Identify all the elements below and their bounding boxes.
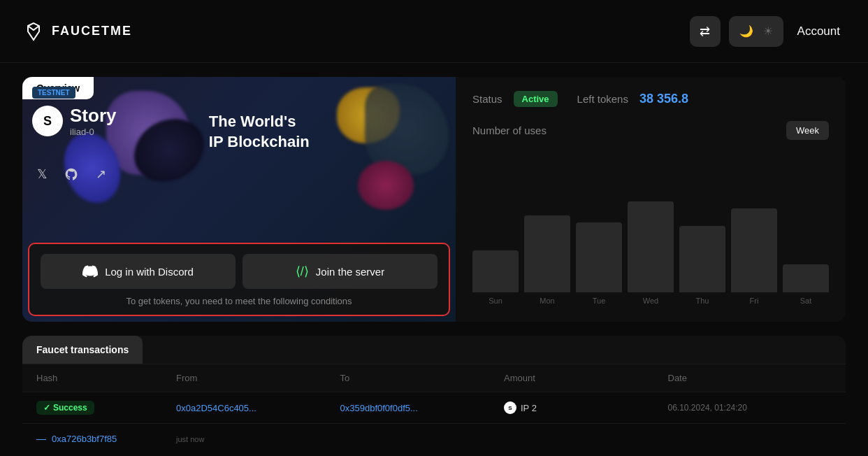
logo-text: FAUCETME [52, 24, 132, 38]
check-icon: ✓ [43, 403, 50, 413]
success-badge: ✓ Success [36, 401, 94, 415]
row-to: 0x359dbf0f0f0df5... [340, 403, 505, 413]
headline: The World's IP Blockchain [209, 112, 310, 152]
join-server-label: Join the server [316, 266, 384, 278]
story-subtitle: iliad-0 [70, 127, 116, 137]
faucet-icon: ⟨/⟩ [296, 264, 309, 279]
col-date: Date [668, 373, 832, 383]
transactions-tab[interactable]: Faucet transactions [22, 336, 143, 364]
twitter-icon[interactable]: 𝕏 [32, 164, 52, 184]
overview-right: Status Active Left tokens 38 356.8 Numbe… [456, 77, 846, 322]
social-icons: 𝕏 ↗ [32, 164, 110, 184]
to-hash[interactable]: 0x359dbf0f0f0df5... [340, 403, 505, 413]
testnet-badge: TESTNET [32, 87, 75, 99]
pending-hash-link[interactable]: 0xa726b3bf7f85 [52, 434, 117, 444]
main-content: Overview TESTNET S Story iliad-0 The Wor… [0, 63, 868, 456]
action-box: Log in with Discord ⟨/⟩ Join the server … [28, 243, 450, 316]
chart-area: SunMonTueWedThuFriSat [472, 154, 829, 308]
decor-blob-pink [358, 161, 414, 210]
row-date: 06.10.2024, 01:24:20 [668, 403, 832, 413]
account-button[interactable]: Account [792, 24, 846, 38]
pending-icon: — [36, 433, 46, 444]
discord-login-button[interactable]: Log in with Discord [41, 254, 236, 289]
tokens-label: Left tokens [577, 93, 628, 105]
bar-wed [628, 201, 674, 292]
status-row: Status Active Left tokens 38 356.8 [472, 91, 829, 107]
discord-login-label: Log in with Discord [105, 266, 194, 278]
moon-icon: 🌙 [739, 24, 753, 38]
header-right: ⇄ 🌙 ☀ Account [690, 16, 846, 47]
bar-label-sun: Sun [489, 297, 502, 305]
bar-tue [576, 222, 622, 292]
row-from: 0x0a2D54C6c405... [176, 403, 340, 413]
bar-group-thu: Thu [679, 196, 725, 305]
swap-button[interactable]: ⇄ [690, 16, 721, 47]
bar-fri [731, 208, 777, 292]
from-hash[interactable]: 0x0a2D54C6c405... [176, 403, 340, 413]
col-amount: Amount [504, 373, 668, 383]
bar-group-sun: Sun [472, 196, 519, 305]
bar-sat [783, 264, 829, 292]
bars-container: SunMonTueWedThuFriSat [472, 196, 829, 308]
row-amount: S IP 2 [504, 401, 668, 414]
col-hash: Hash [36, 373, 176, 383]
overview-card: Overview TESTNET S Story iliad-0 The Wor… [22, 77, 846, 322]
story-icon-sm: S [504, 401, 516, 414]
bar-group-tue: Tue [576, 196, 622, 305]
chart-header: Number of uses Week [472, 121, 829, 140]
logo: FAUCETME [22, 20, 132, 43]
bar-label-fri: Fri [750, 297, 759, 305]
table-row: ✓ Success 0x0a2D54C6c405... 0x359dbf0f0f… [22, 392, 846, 423]
story-brand: S Story iliad-0 [32, 105, 116, 137]
story-logo: S [32, 106, 63, 136]
story-brand-text: Story iliad-0 [70, 105, 116, 137]
bar-group-sat: Sat [783, 196, 829, 305]
chart-title: Number of uses [472, 124, 547, 136]
action-hint: To get tokens, you need to meet the foll… [41, 296, 437, 306]
pending-time: just now [176, 432, 340, 445]
table-row: — 0xa726b3bf7f85 just now [22, 423, 846, 453]
action-buttons: Log in with Discord ⟨/⟩ Join the server [41, 254, 437, 289]
tokens-value: 38 356.8 [639, 92, 688, 106]
header: FAUCETME ⇄ 🌙 ☀ Account [0, 0, 868, 63]
join-server-button[interactable]: ⟨/⟩ Join the server [243, 254, 437, 289]
bar-label-tue: Tue [593, 297, 606, 305]
logo-icon [22, 20, 45, 43]
bar-label-sat: Sat [800, 297, 812, 305]
bar-group-mon: Mon [524, 196, 570, 305]
bar-label-mon: Mon [540, 297, 554, 305]
bar-label-thu: Thu [696, 297, 709, 305]
bar-mon [524, 215, 570, 292]
table-header: Hash From To Amount Date [22, 364, 846, 392]
transactions-section: Faucet transactions Hash From To Amount … [22, 336, 846, 453]
pending-hash: — 0xa726b3bf7f85 [36, 433, 176, 444]
row-status: ✓ Success [36, 401, 176, 415]
overview-left: Overview TESTNET S Story iliad-0 The Wor… [22, 77, 456, 322]
bar-group-wed: Wed [628, 196, 674, 305]
week-button[interactable]: Week [786, 121, 829, 140]
col-to: To [340, 373, 505, 383]
theme-toggle[interactable]: 🌙 ☀ [729, 16, 783, 47]
bar-label-wed: Wed [643, 297, 658, 305]
bar-group-fri: Fri [731, 196, 777, 305]
story-title: Story [70, 105, 116, 127]
external-link-icon[interactable]: ↗ [91, 164, 110, 184]
sun-icon: ☀ [763, 24, 773, 38]
bar-thu [679, 226, 725, 292]
bar-sun [472, 250, 519, 292]
github-icon[interactable] [62, 164, 81, 184]
col-from: From [176, 373, 340, 383]
status-label: Status [472, 93, 502, 105]
discord-icon [82, 264, 98, 279]
status-badge: Active [514, 91, 558, 107]
transactions-header: Faucet transactions [22, 336, 846, 364]
